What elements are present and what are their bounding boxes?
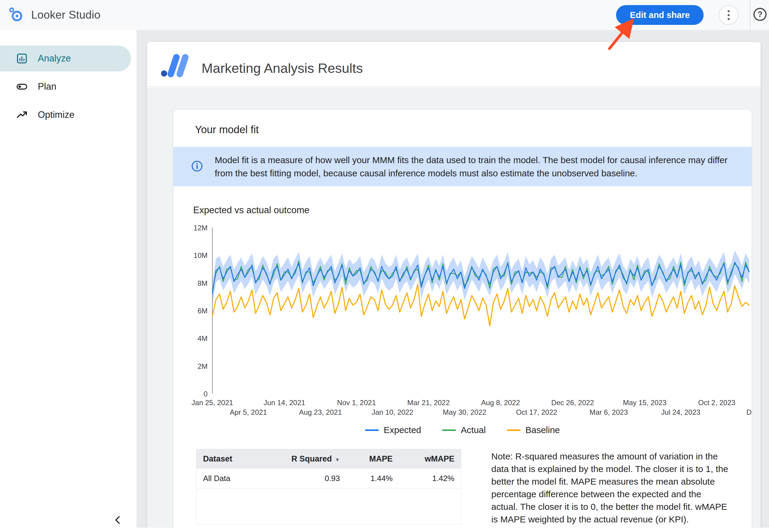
sidebar-item-label: Plan [38, 81, 56, 92]
report-body: Your model fit Model fit is a measure of… [147, 88, 761, 532]
cell-mape: 1.44% [346, 469, 399, 489]
svg-text:Dec: Dec [747, 408, 752, 416]
looker-studio-logo-icon [8, 6, 24, 24]
cell-wmape: 1.42% [399, 469, 461, 489]
svg-text:Dec 26, 2022: Dec 26, 2022 [551, 399, 594, 407]
svg-text:Oct 2, 2023: Oct 2, 2023 [698, 399, 735, 407]
svg-text:Aug 8, 2022: Aug 8, 2022 [481, 399, 520, 407]
legend-item-actual: Actual [442, 425, 486, 435]
model-fit-details: Dataset R Squared▼ MAPE wMAPE [196, 449, 730, 526]
svg-text:Mar 21, 2022: Mar 21, 2022 [407, 399, 450, 407]
line-chart-canvas: 02M4M6M8M10M12MJan 25, 2021Apr 5, 2021Ju… [187, 223, 752, 422]
sidebar-item-label: Analyze [38, 53, 71, 64]
edit-and-share-button[interactable]: Edit and share [616, 5, 704, 25]
svg-text:2M: 2M [198, 362, 208, 370]
chart-title: Expected vs actual outcome [193, 205, 752, 216]
sort-descending-icon: ▼ [335, 457, 340, 463]
svg-text:Aug 23, 2021: Aug 23, 2021 [299, 408, 342, 416]
trending-up-icon [16, 109, 28, 121]
table-row: All Data 0.93 1.44% 1.42% [196, 469, 461, 489]
topbar: Looker Studio Edit and share ? [0, 0, 769, 30]
svg-text:8M: 8M [198, 279, 208, 287]
info-banner: Model fit is a measure of how well your … [173, 147, 752, 186]
sidebar-item-label: Optimize [38, 109, 74, 120]
brand: Looker Studio [8, 0, 100, 30]
kebab-menu-icon [728, 10, 730, 20]
svg-text:Oct 17, 2022: Oct 17, 2022 [516, 408, 557, 416]
svg-text:Jan 25, 2021: Jan 25, 2021 [192, 399, 233, 407]
column-header-dataset[interactable]: Dataset [196, 449, 258, 469]
column-header-rsquared[interactable]: R Squared▼ [258, 449, 346, 469]
info-text: Model fit is a measure of how well your … [215, 154, 737, 180]
model-fit-chart: 02M4M6M8M10M12MJan 25, 2021Apr 5, 2021Ju… [187, 223, 752, 422]
help-icon: ? [753, 8, 767, 21]
card-title: Your model fit [195, 124, 752, 136]
legend-item-expected: Expected [365, 425, 421, 435]
marketing-platform-logo-icon [160, 53, 194, 79]
more-options-button[interactable] [719, 5, 738, 25]
report-title: Marketing Analysis Results [202, 61, 363, 76]
svg-text:Jan 10, 2022: Jan 10, 2022 [372, 408, 413, 416]
svg-text:Jul 24, 2023: Jul 24, 2023 [661, 408, 700, 416]
toggle-icon [16, 80, 28, 93]
report-page: Marketing Analysis Results Your model fi… [147, 42, 761, 532]
column-header-mape[interactable]: MAPE [346, 449, 399, 469]
table-header-row: Dataset R Squared▼ MAPE wMAPE [196, 449, 461, 469]
svg-text:Apr 5, 2021: Apr 5, 2021 [230, 408, 267, 416]
sidebar-item-plan[interactable]: Plan [0, 74, 136, 100]
chevron-left-icon [111, 513, 124, 527]
sidebar-item-analyze[interactable]: Analyze [0, 46, 131, 71]
cell-rsquared: 0.93 [258, 469, 346, 489]
sidebar-collapse-button[interactable] [109, 512, 126, 528]
actual-line-swatch [442, 429, 456, 431]
analyze-chart-icon [16, 52, 28, 65]
report-workspace: Marketing Analysis Results Your model fi… [136, 30, 769, 532]
fit-metrics-table: Dataset R Squared▼ MAPE wMAPE [196, 449, 461, 525]
legend-label: Baseline [525, 425, 560, 435]
looker-studio-window: Looker Studio Edit and share ? [0, 0, 769, 532]
note-text: Note: R-squared measures the amount of v… [491, 450, 730, 526]
svg-text:May 15, 2023: May 15, 2023 [623, 399, 666, 407]
svg-text:4M: 4M [198, 334, 208, 342]
report-header: Marketing Analysis Results [147, 42, 761, 87]
baseline-line-swatch [507, 429, 521, 431]
help-button[interactable]: ? [753, 8, 767, 21]
svg-text:Mar 6, 2023: Mar 6, 2023 [589, 408, 628, 416]
svg-text:0: 0 [204, 390, 208, 398]
info-icon [191, 160, 203, 174]
sidebar-nav-list: Analyze Plan Optimize [0, 30, 136, 128]
horizontal-scrollbar[interactable] [136, 528, 769, 532]
cell-dataset: All Data [196, 469, 258, 489]
svg-text:May 30, 2022: May 30, 2022 [443, 408, 486, 416]
chart-legend: Expected Actual Baseline [173, 425, 752, 435]
model-fit-card: Your model fit Model fit is a measure of… [173, 110, 752, 532]
topbar-divider [750, 0, 750, 30]
sidebar-item-optimize[interactable]: Optimize [0, 102, 136, 128]
svg-text:12M: 12M [193, 224, 208, 232]
app-title: Looker Studio [31, 9, 100, 21]
svg-text:6M: 6M [198, 307, 208, 315]
legend-item-baseline: Baseline [507, 425, 560, 435]
legend-label: Expected [384, 425, 421, 435]
expected-line-swatch [365, 429, 379, 431]
column-header-label: R Squared [291, 454, 332, 463]
sidebar: Analyze Plan Optimize [0, 30, 136, 532]
legend-label: Actual [461, 425, 486, 435]
svg-text:10M: 10M [193, 251, 208, 259]
column-header-wmape[interactable]: wMAPE [399, 449, 461, 469]
svg-text:Nov 1, 2021: Nov 1, 2021 [337, 399, 376, 407]
svg-text:Jun 14, 2021: Jun 14, 2021 [264, 399, 305, 407]
